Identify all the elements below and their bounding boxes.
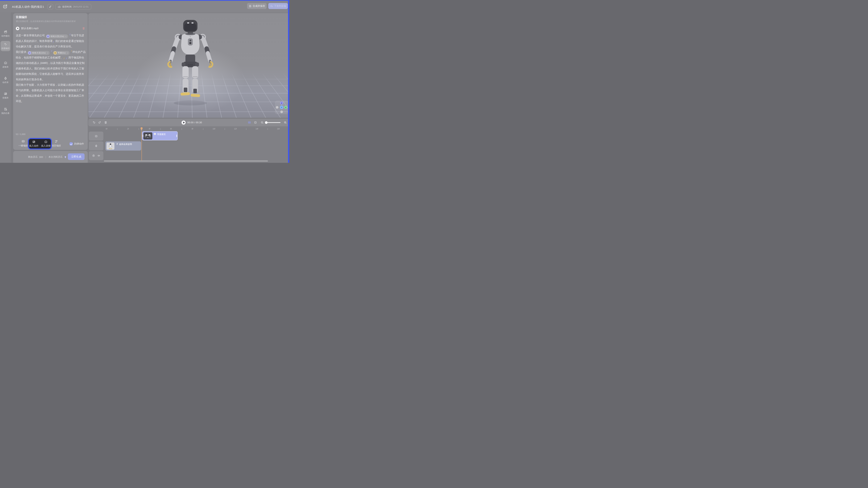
audio-arrangement-panel: 音频编排 通过音频处理，生成音频素材以及融合动作和表情的音频编排素材 默认名称1… — [13, 13, 88, 150]
figure-icon — [4, 77, 7, 80]
audio-track-icon — [92, 154, 95, 157]
generate-now-button[interactable]: 立即生成 — [68, 153, 85, 160]
ruler-label: 6f — [170, 128, 172, 130]
ruler-tick — [138, 128, 139, 130]
expression-tag-icon — [28, 51, 31, 55]
smiley-icon — [154, 133, 156, 135]
delete-audio-icon[interactable] — [82, 27, 85, 30]
insert-motion-icon — [32, 140, 35, 143]
segment-bracket: 」 — [63, 56, 66, 59]
divider — [45, 156, 46, 158]
clapper-icon — [4, 30, 7, 34]
floppy-icon — [249, 5, 252, 7]
expression-tag[interactable]: 哈哈大笑(10s)× — [27, 51, 50, 55]
sidebar-item-label: 音频编排 — [1, 47, 9, 50]
remaining-credits-value: 300 — [39, 156, 43, 159]
sidebar-item-1[interactable]: 动作模仿 — [1, 29, 10, 39]
segment-bracket: 「 — [68, 34, 71, 37]
timeline-zoom-slider[interactable] — [265, 122, 280, 123]
ruler-label: 4f — [149, 128, 150, 130]
zoom-slider-knob[interactable] — [265, 121, 268, 124]
synthesize-save-button[interactable]: 合成并保存 — [247, 3, 267, 9]
audio-file-name: 默认名称1.mp3 — [21, 27, 82, 30]
fit-width-icon[interactable] — [248, 121, 251, 124]
script-editor[interactable]: 这是一家全球领先的公司 哈哈大笑(10s)×「专注于先进机器人系统的设计、制造和… — [16, 33, 86, 131]
insert-expression-button[interactable]: 插入表情 — [41, 140, 51, 148]
rhythm-checkbox[interactable] — [69, 142, 73, 145]
sidebar-item-3[interactable]: 表情库 — [1, 60, 10, 70]
sidebar-item-label: 我的任务 — [1, 112, 9, 115]
sidebar: 动作模仿音频编排表情库动作库音频库我的任务 — [0, 12, 11, 163]
credits-row: 剩余灵石 300 本次消耗灵石 0 — [28, 155, 69, 159]
robot-download-icon — [270, 4, 273, 7]
rename-button[interactable] — [48, 4, 53, 9]
save-time-value: 26/01/03 12:01 — [73, 5, 89, 8]
redo-icon[interactable] — [98, 121, 101, 124]
deploy-device-label: 下发到设备 — [274, 4, 286, 8]
delete-clip-icon[interactable] — [104, 121, 107, 124]
speaker-icon[interactable] — [97, 154, 100, 157]
expression-track-header — [89, 132, 103, 141]
rhythm-motion-toggle[interactable]: 韵律动作 — [69, 142, 84, 145]
motion-clip-thumbnail — [106, 143, 115, 150]
expression-clip-label: 害羞微笑 — [154, 132, 166, 139]
project-title: A1机器人动作-我的项目1 — [12, 5, 44, 9]
insert-expression-label: 插入表情 — [41, 144, 51, 148]
tag-remove-icon[interactable]: × — [65, 35, 66, 37]
3d-viewport[interactable]: Z Y X — [88, 13, 288, 118]
runner-icon — [116, 143, 118, 145]
ruler-tick — [246, 128, 246, 130]
char-counter: 52 / 1,000 — [16, 133, 25, 135]
expression-clip-thumbnail — [143, 132, 152, 140]
sidebar-item-6[interactable]: 我的任务 — [1, 106, 10, 116]
sidebar-item-4[interactable]: 动作库 — [1, 75, 10, 85]
app-window: A1机器人动作-我的项目1 保存时间 26/01/03 12:01 合成并保存 … — [0, 0, 289, 163]
top-accent-strip — [0, 0, 289, 1]
insert-motion-button[interactable]: 插入动作 — [29, 140, 38, 148]
save-time-label: 保存时间 — [62, 5, 71, 8]
clip-right-handle[interactable] — [177, 135, 177, 137]
insert-motion-label: 插入动作 — [29, 144, 38, 148]
playhead-line — [142, 130, 142, 161]
timeline-area: 0f2f4f6f8f10f12f14f16f — [88, 127, 288, 163]
sidebar-item-2[interactable]: 音频编排 — [1, 41, 10, 51]
one-click-arrange-label: 一键编排 — [19, 144, 28, 147]
deploy-device-button[interactable]: 下发到设备 — [268, 3, 288, 9]
rhythm-label: 韵律动作 — [74, 142, 84, 145]
clear-arrange-button[interactable]: 清空编排 — [52, 140, 61, 147]
insert-expression-icon — [44, 140, 48, 143]
undo-icon[interactable] — [92, 121, 96, 124]
motion-tag[interactable]: 弯腰(5s)× — [53, 51, 69, 55]
zoom-in-icon[interactable] — [284, 121, 287, 124]
tasks-icon — [4, 107, 7, 111]
top-bar: A1机器人动作-我的项目1 保存时间 26/01/03 12:01 合成并保存 … — [0, 1, 289, 12]
clip-left-handle[interactable] — [143, 135, 143, 137]
expression-tag[interactable]: 哈哈大笑(10s)× — [46, 34, 68, 38]
tour-spotlight: 插入动作 插入表情 — [28, 138, 52, 149]
timeline-scrollbar[interactable] — [104, 160, 268, 162]
sidebar-item-5[interactable]: 音频库 — [1, 90, 10, 101]
audio-file-row: 默认名称1.mp3 — [16, 26, 85, 31]
ruler-tick — [268, 128, 268, 130]
playhead-handle[interactable] — [141, 127, 143, 131]
axis-gizmo[interactable]: Z Y X — [275, 101, 288, 114]
ai-icon — [22, 140, 25, 143]
motion-clip[interactable]: 超帅走路姿势 — [105, 141, 141, 150]
tag-remove-icon[interactable]: × — [47, 52, 48, 54]
gem-icon — [64, 156, 67, 159]
humanoid-robot — [162, 19, 218, 109]
clear-arrange-label: 清空编排 — [52, 144, 61, 147]
segment-bracket: 」 — [66, 56, 68, 59]
actual-size-icon[interactable] — [254, 121, 257, 124]
tag-remove-icon[interactable]: × — [67, 52, 68, 54]
axis-neg-x-dot — [276, 106, 278, 109]
saved-check-icon — [58, 5, 61, 8]
zoom-out-icon[interactable] — [260, 121, 264, 124]
panel-subtitle: 通过音频处理，生成音频素材以及融合动作和表情的音频编排素材 — [16, 20, 76, 23]
timeline-play-button[interactable] — [182, 120, 186, 125]
play-audio-button[interactable] — [16, 27, 19, 30]
one-click-arrange-button[interactable]: 一键编排 — [19, 140, 28, 147]
expression-clip[interactable]: 害羞微笑 — [142, 131, 178, 140]
ruler-label: 10f — [213, 128, 215, 130]
svg-text:X: X — [285, 107, 286, 109]
